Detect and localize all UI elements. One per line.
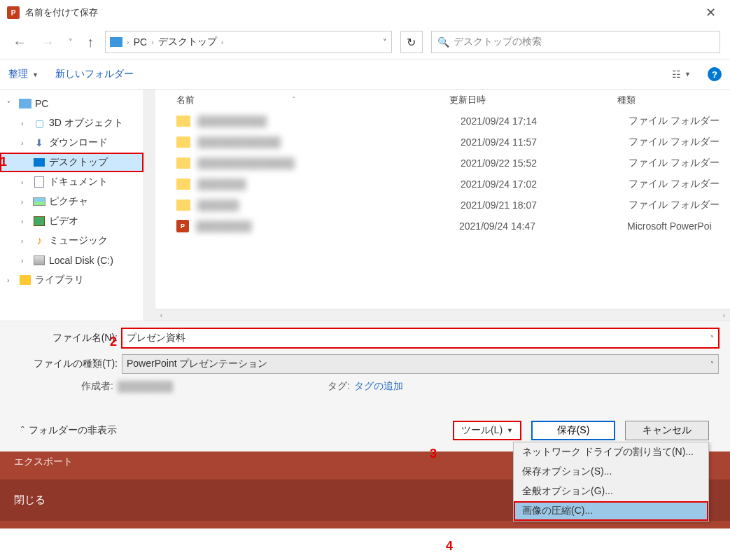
close-icon[interactable]: ✕	[699, 2, 723, 23]
annotation-1: 1	[0, 155, 7, 169]
tools-menu-item[interactable]: 全般オプション(G)...	[514, 482, 708, 501]
sort-asc-icon: ˆ	[293, 97, 295, 104]
tree-label: ライブラリ	[35, 274, 84, 286]
file-type: ファイル フォルダー	[629, 178, 730, 190]
help-icon[interactable]: ?	[708, 67, 722, 81]
folder-icon	[176, 158, 190, 169]
file-type: ファイル フォルダー	[629, 136, 730, 148]
tree-item-music[interactable]: ›♪ミュージック	[0, 231, 143, 251]
file-row[interactable]: ██████████2021/09/24 17:14ファイル フォルダー	[155, 111, 730, 132]
author-label: 作成者:	[81, 380, 113, 393]
h-scrollbar[interactable]: ‹ ›	[155, 309, 730, 321]
lib-icon	[18, 274, 32, 286]
expand-icon[interactable]: ›	[21, 178, 29, 186]
expand-icon[interactable]: ›	[21, 237, 29, 245]
expand-icon[interactable]: ˅	[7, 100, 15, 108]
tools-menu-item[interactable]: 画像の圧縮(C)...	[514, 501, 708, 521]
file-type: ファイル フォルダー	[629, 115, 730, 127]
tree-label: PC	[35, 98, 48, 109]
expand-icon[interactable]: ›	[7, 276, 15, 284]
view-button[interactable]: ☷ ▼	[672, 69, 691, 80]
breadcrumb-desktop[interactable]: デスクトップ	[158, 36, 217, 48]
col-name[interactable]: 名前ˆ	[176, 94, 449, 106]
folder-icon	[176, 115, 190, 127]
file-name: ████████████	[197, 136, 461, 148]
file-date: 2021/09/22 15:52	[461, 158, 629, 169]
author-value: ████████	[118, 381, 195, 392]
annotation-3: 3	[430, 447, 437, 461]
powerpoint-icon: P	[7, 6, 20, 19]
pic-icon	[32, 196, 46, 207]
ppt-icon: P	[176, 220, 189, 232]
hide-folders-button[interactable]: ˆ フォルダーの非表示	[21, 424, 117, 437]
annotation-4: 4	[446, 539, 453, 554]
filetype-label: ファイルの種類(T):	[11, 358, 122, 370]
tree-label: ミュージック	[49, 234, 108, 247]
cancel-button[interactable]: キャンセル	[625, 421, 709, 440]
pc-icon	[110, 37, 122, 47]
chevron-down-icon[interactable]: ˅	[383, 38, 387, 47]
chevron-down-icon[interactable]: ˅	[710, 335, 714, 342]
breadcrumb-pc[interactable]: PC	[134, 36, 147, 48]
new-folder-button[interactable]: 新しいフォルダー	[55, 68, 134, 80]
filetype-select[interactable]: PowerPoint プレゼンテーション ˅	[122, 354, 719, 374]
search-input[interactable]: 🔍 デスクトップの検索	[431, 31, 721, 53]
tree-item-lib[interactable]: ›ライブラリ	[0, 270, 143, 290]
tree-item-doc[interactable]: ›ドキュメント	[0, 172, 143, 192]
column-headers: 名前ˆ 更新日時 種類	[155, 90, 730, 111]
back-button[interactable]: ←	[10, 33, 29, 52]
refresh-button[interactable]: ↻	[400, 31, 423, 53]
file-date: 2021/09/21 18:07	[461, 200, 629, 211]
tools-button[interactable]: ツール(L) ▼	[453, 421, 521, 440]
expand-icon[interactable]: ›	[21, 139, 29, 147]
scroll-right-icon[interactable]: ›	[718, 312, 730, 319]
tree-label: ドキュメント	[49, 176, 108, 188]
chevron-right-icon: ›	[221, 38, 224, 46]
nav-export[interactable]: エクスポート	[0, 451, 730, 472]
expand-icon[interactable]: ›	[21, 120, 29, 127]
tree-scrollbar[interactable]	[143, 90, 155, 321]
pc-icon	[18, 98, 32, 109]
file-row[interactable]: ███████2021/09/24 17:02ファイル フォルダー	[155, 174, 730, 195]
filename-input[interactable]: プレゼン資料 ˅	[122, 328, 719, 348]
recent-dropdown-icon[interactable]: ˅	[66, 36, 76, 48]
tree-item-pc[interactable]: ˅PC	[0, 94, 143, 113]
doc-icon	[32, 176, 46, 188]
tree-label: ビデオ	[49, 215, 78, 227]
tree-item-3d[interactable]: ›▢3D オブジェクト	[0, 113, 143, 133]
tree-item-pic[interactable]: ›ピクチャ	[0, 192, 143, 211]
file-date: 2021/09/24 14:47	[459, 220, 627, 232]
file-name: ███████	[197, 178, 461, 190]
chevron-right-icon: ›	[151, 38, 154, 46]
tree-item-desktop[interactable]: デスクトップ	[0, 153, 143, 172]
col-type[interactable]: 種類	[617, 94, 730, 106]
tree-label: Local Disk (C:)	[49, 255, 113, 266]
up-button[interactable]: ↑	[84, 33, 97, 52]
file-type: ファイル フォルダー	[629, 157, 730, 169]
tree-item-disk[interactable]: ›Local Disk (C:)	[0, 251, 143, 270]
scroll-left-icon[interactable]: ‹	[155, 312, 167, 319]
expand-icon[interactable]: ›	[21, 198, 29, 206]
file-date: 2021/09/24 17:02	[461, 178, 629, 190]
chevron-down-icon: ▼	[507, 427, 513, 434]
forward-button: →	[38, 33, 57, 52]
breadcrumb[interactable]: › PC › デスクトップ › ˅	[105, 31, 392, 53]
tree-label: ピクチャ	[49, 195, 88, 208]
file-row[interactable]: P████████2021/09/24 14:47Microsoft Power…	[155, 216, 730, 237]
file-row[interactable]: ██████2021/09/21 18:07ファイル フォルダー	[155, 195, 730, 216]
tree-item-vid[interactable]: ›ビデオ	[0, 211, 143, 231]
tree-item-dl[interactable]: ›⬇ダウンロード	[0, 133, 143, 153]
tag-add-link[interactable]: タグの追加	[354, 380, 403, 393]
file-row[interactable]: ██████████████2021/09/22 15:52ファイル フォルダー	[155, 153, 730, 174]
save-button[interactable]: 保存(S)	[531, 421, 615, 440]
titlebar: P 名前を付けて保存 ✕	[0, 0, 730, 25]
organize-button[interactable]: 整理 ▼	[8, 68, 38, 80]
col-date[interactable]: 更新日時	[449, 94, 617, 106]
file-name: ██████████████	[197, 158, 461, 169]
desktop-icon	[32, 157, 46, 168]
expand-icon[interactable]: ›	[21, 218, 29, 225]
expand-icon[interactable]: ›	[21, 257, 29, 265]
file-row[interactable]: ████████████2021/09/24 11:57ファイル フォルダー	[155, 132, 730, 153]
filename-label: ファイル名(N):	[11, 332, 122, 344]
chevron-down-icon[interactable]: ˅	[710, 360, 714, 368]
